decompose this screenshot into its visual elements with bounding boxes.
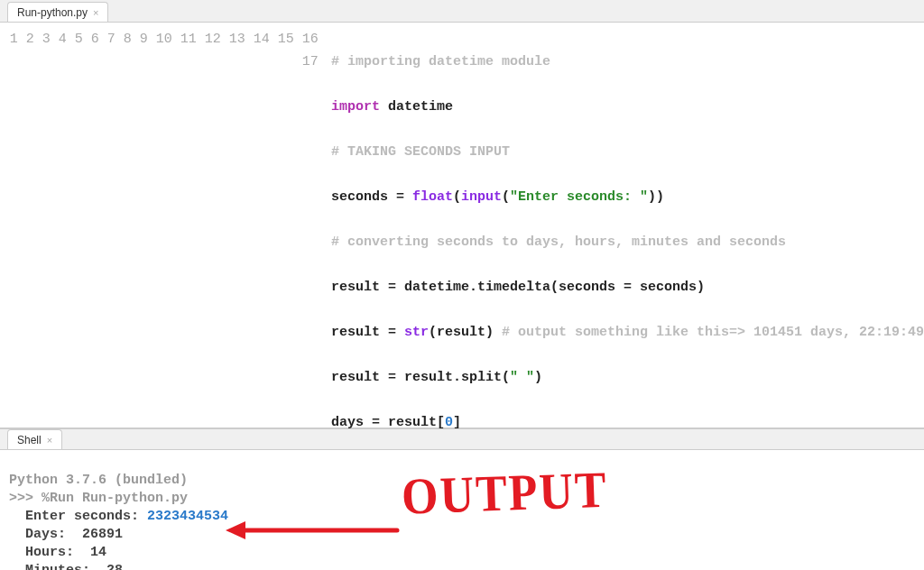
code-keyword: import	[331, 99, 380, 115]
code-area[interactable]: # importing datetime module import datet…	[328, 23, 924, 428]
close-icon[interactable]: ×	[93, 7, 98, 18]
shell-output-line: Days: 26891	[9, 527, 123, 542]
code-comment: # importing datetime module	[331, 54, 550, 69]
shell-output-prompt: Enter seconds:	[9, 509, 147, 524]
shell-run-cmd: %Run Run-python.py	[42, 491, 188, 506]
shell-output-line: Hours: 14	[9, 545, 106, 560]
shell-tab[interactable]: Shell ×	[7, 429, 62, 449]
code-text: datetime	[380, 99, 453, 115]
code-comment: # TAKING SECONDS INPUT	[331, 144, 510, 160]
shell-panel[interactable]: Python 3.7.6 (bundled) >>> %Run Run-pyth…	[0, 450, 924, 570]
editor-tab[interactable]: Run-python.py ×	[7, 2, 108, 22]
line-number-gutter: 1 2 3 4 5 6 7 8 9 10 11 12 13 14 15 16 1…	[0, 23, 328, 428]
editor-tab-label: Run-python.py	[17, 6, 88, 19]
shell-output-line: Minutes: 28	[9, 563, 123, 570]
code-editor[interactable]: 1 2 3 4 5 6 7 8 9 10 11 12 13 14 15 16 1…	[0, 23, 924, 428]
close-icon[interactable]: ×	[47, 435, 52, 446]
editor-tab-bar: Run-python.py ×	[0, 0, 924, 23]
shell-user-input: 2323434534	[147, 509, 228, 524]
code-comment: # converting seconds to days, hours, min…	[331, 234, 786, 250]
shell-tab-label: Shell	[17, 434, 42, 446]
shell-prompt: >>>	[9, 491, 42, 506]
python-version: Python 3.7.6 (bundled)	[9, 473, 188, 488]
